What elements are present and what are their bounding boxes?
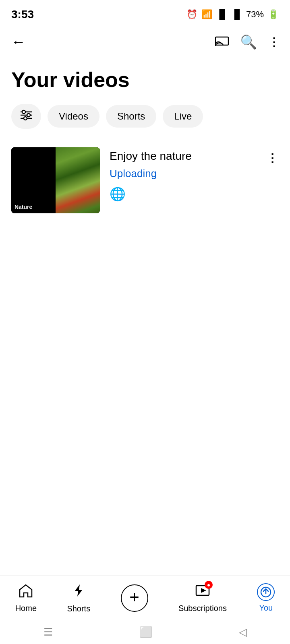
- video-thumbnail[interactable]: Nature: [11, 147, 100, 213]
- video-privacy: 🌐: [110, 186, 279, 202]
- android-home-icon[interactable]: ⬜: [139, 626, 152, 638]
- nav-item-you[interactable]: You: [257, 583, 275, 613]
- home-icon: [18, 583, 33, 601]
- thumb-label: Nature: [14, 204, 32, 210]
- subscription-badge: ●: [205, 581, 213, 589]
- upload-status: Uploading: [110, 167, 279, 180]
- shorts-filter-button[interactable]: Shorts: [106, 105, 156, 128]
- signal2-icon: ▐▌: [231, 9, 242, 20]
- android-back-icon[interactable]: ◁: [239, 626, 247, 638]
- live-filter-button[interactable]: Live: [163, 105, 203, 128]
- bottom-nav: Home Shorts + ● Subscriptions: [0, 576, 290, 620]
- nav-left: ←: [8, 30, 29, 54]
- android-nav: ☰ ⬜ ◁: [0, 620, 290, 644]
- shorts-label: Shorts: [67, 604, 90, 613]
- table-row: Nature Enjoy the nature Uploading 🌐 ⋮: [0, 140, 290, 221]
- page-title: Your videos: [0, 58, 290, 104]
- cast-icon[interactable]: [215, 35, 229, 50]
- svg-rect-5: [22, 110, 25, 114]
- globe-icon: 🌐: [110, 186, 126, 202]
- top-nav: ← 🔍 ⋮: [0, 26, 290, 58]
- nav-item-add[interactable]: +: [121, 584, 148, 612]
- back-button[interactable]: ←: [8, 30, 29, 54]
- video-title: Enjoy the nature: [110, 150, 279, 163]
- home-label: Home: [15, 604, 37, 613]
- filter-sliders-icon: [19, 109, 33, 123]
- filter-tabs: Videos Shorts Live: [0, 104, 290, 140]
- status-time: 3:53: [11, 8, 34, 21]
- battery-icon: 🔋: [268, 9, 279, 20]
- nav-item-home[interactable]: Home: [15, 583, 37, 613]
- you-icon: [257, 583, 275, 601]
- alarm-icon: ⏰: [186, 9, 197, 20]
- svg-rect-6: [27, 114, 30, 117]
- you-label: You: [259, 603, 273, 613]
- svg-rect-7: [24, 117, 27, 120]
- subscriptions-label: Subscriptions: [178, 604, 227, 613]
- filter-icon-button[interactable]: [11, 104, 41, 129]
- add-button[interactable]: +: [121, 584, 148, 612]
- subscriptions-icon-wrap: ●: [195, 583, 210, 601]
- signal1-icon: ▐▌: [216, 9, 227, 20]
- nav-item-subscriptions[interactable]: ● Subscriptions: [178, 583, 227, 613]
- nav-right: 🔍 ⋮: [215, 34, 280, 50]
- nav-item-shorts[interactable]: Shorts: [67, 583, 90, 613]
- android-menu-icon[interactable]: ☰: [44, 626, 53, 638]
- item-more-options[interactable]: ⋮: [263, 148, 282, 168]
- wifi-icon: 📶: [201, 9, 212, 20]
- video-list: Nature Enjoy the nature Uploading 🌐 ⋮: [0, 140, 290, 221]
- battery-level: 73%: [246, 9, 264, 20]
- status-icons: ⏰ 📶 ▐▌ ▐▌ 73% 🔋: [186, 9, 279, 20]
- more-options-icon[interactable]: ⋮: [268, 35, 280, 49]
- svg-marker-9: [201, 588, 206, 593]
- plus-icon: +: [129, 589, 139, 606]
- shorts-icon: [71, 583, 86, 602]
- videos-filter-button[interactable]: Videos: [48, 105, 99, 128]
- video-info: Enjoy the nature Uploading 🌐: [110, 147, 279, 202]
- status-bar: 3:53 ⏰ 📶 ▐▌ ▐▌ 73% 🔋: [0, 0, 290, 26]
- search-icon[interactable]: 🔍: [240, 34, 257, 50]
